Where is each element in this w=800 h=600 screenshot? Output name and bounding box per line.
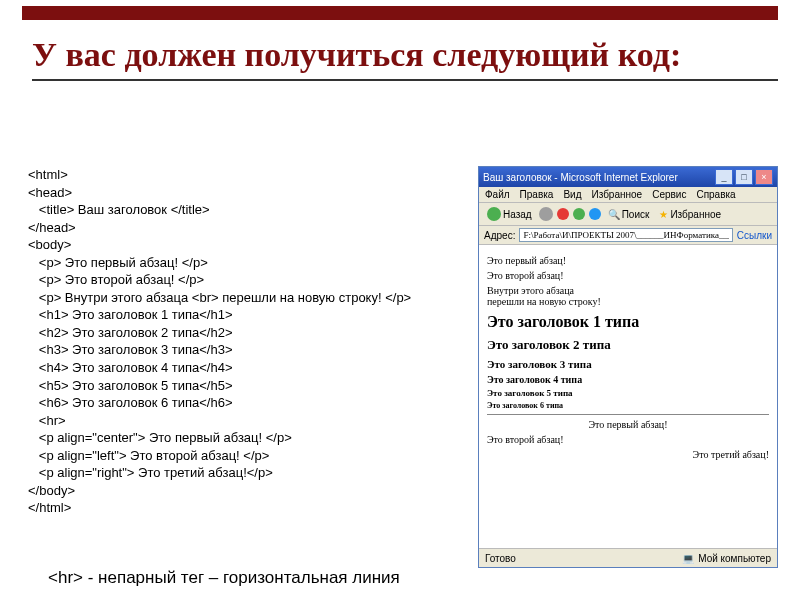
code-line: <p align="left"> Это второй абзац! </p> bbox=[28, 447, 458, 465]
code-line: <p> Внутри этого абзаца <br> перешли на … bbox=[28, 289, 458, 307]
code-line: <h5> Это заголовок 5 типа</h5> bbox=[28, 377, 458, 395]
footer-note: <hr> - непарный тег – горизонтальная лин… bbox=[48, 568, 400, 588]
search-button[interactable]: 🔍Поиск bbox=[605, 208, 653, 221]
code-line: <hr> bbox=[28, 412, 458, 430]
heading-6: Это заголовок 6 типа bbox=[487, 401, 769, 410]
back-label: Назад bbox=[503, 209, 532, 220]
maximize-button[interactable]: □ bbox=[735, 169, 753, 185]
code-line: <p align="center"> Это первый абзац! </p… bbox=[28, 429, 458, 447]
status-bar: Готово 💻 Мой компьютер bbox=[479, 548, 777, 567]
code-line: </html> bbox=[28, 499, 458, 517]
menu-bar: Файл Правка Вид Избранное Сервис Справка bbox=[479, 187, 777, 203]
para-3: Внутри этого абзацаперешли на новую стро… bbox=[487, 285, 769, 307]
menu-view[interactable]: Вид bbox=[563, 189, 581, 200]
toolbar: Назад 🔍Поиск ★Избранное bbox=[479, 203, 777, 226]
address-bar: Адрес: Ссылки bbox=[479, 226, 777, 245]
refresh-icon[interactable] bbox=[573, 208, 585, 220]
hr bbox=[487, 414, 769, 415]
code-line: <p> Это второй абзац! </p> bbox=[28, 271, 458, 289]
code-line: <head> bbox=[28, 184, 458, 202]
forward-icon[interactable] bbox=[539, 207, 553, 221]
search-icon: 🔍 bbox=[608, 209, 620, 220]
menu-favorites[interactable]: Избранное bbox=[591, 189, 642, 200]
status-zone: Мой компьютер bbox=[698, 553, 771, 564]
code-line: <title> Ваш заголовок </title> bbox=[28, 201, 458, 219]
heading-5: Это заголовок 5 типа bbox=[487, 388, 769, 398]
search-label: Поиск bbox=[622, 209, 650, 220]
page-viewport[interactable]: Это первый абзац! Это второй абзац! Внут… bbox=[479, 245, 777, 549]
code-line: <html> bbox=[28, 166, 458, 184]
browser-titlebar: Ваш заголовок - Microsoft Internet Explo… bbox=[479, 167, 777, 187]
code-line: <h2> Это заголовок 2 типа</h2> bbox=[28, 324, 458, 342]
para-center: Это первый абзац! bbox=[487, 419, 769, 430]
code-line: <h4> Это заголовок 4 типа</h4> bbox=[28, 359, 458, 377]
home-icon[interactable] bbox=[589, 208, 601, 220]
para-left: Это второй абзац! bbox=[487, 434, 769, 445]
slide-title: У вас должен получиться следующий код: bbox=[32, 34, 778, 81]
status-zone-wrap: 💻 Мой компьютер bbox=[682, 553, 771, 564]
back-button[interactable]: Назад bbox=[484, 206, 535, 222]
menu-file[interactable]: Файл bbox=[485, 189, 510, 200]
code-line: </head> bbox=[28, 219, 458, 237]
links-label[interactable]: Ссылки bbox=[737, 230, 772, 241]
favorites-label: Избранное bbox=[670, 209, 721, 220]
heading-4: Это заголовок 4 типа bbox=[487, 374, 769, 385]
code-line: <p> Это первый абзац! </p> bbox=[28, 254, 458, 272]
code-line: <h6> Это заголовок 6 типа</h6> bbox=[28, 394, 458, 412]
menu-tools[interactable]: Сервис bbox=[652, 189, 686, 200]
code-listing: <html><head> <title> Ваш заголовок </tit… bbox=[28, 166, 458, 517]
para-3a: Внутри этого абзаца bbox=[487, 285, 574, 296]
code-line: </body> bbox=[28, 482, 458, 500]
minimize-button[interactable]: _ bbox=[715, 169, 733, 185]
computer-icon: 💻 bbox=[682, 553, 694, 564]
close-button[interactable]: × bbox=[755, 169, 773, 185]
para-1: Это первый абзац! bbox=[487, 255, 769, 266]
back-icon bbox=[487, 207, 501, 221]
code-line: <p align="right"> Это третий абзац!</p> bbox=[28, 464, 458, 482]
address-label: Адрес: bbox=[484, 230, 515, 241]
code-line: <h3> Это заголовок 3 типа</h3> bbox=[28, 341, 458, 359]
heading-3: Это заголовок 3 типа bbox=[487, 358, 769, 370]
browser-window: Ваш заголовок - Microsoft Internet Explo… bbox=[478, 166, 778, 568]
status-done: Готово bbox=[485, 553, 516, 564]
heading-2: Это заголовок 2 типа bbox=[487, 337, 769, 353]
favorites-button[interactable]: ★Избранное bbox=[656, 208, 724, 221]
para-3b: перешли на новую строку! bbox=[487, 296, 601, 307]
code-line: <body> bbox=[28, 236, 458, 254]
stop-icon[interactable] bbox=[557, 208, 569, 220]
menu-help[interactable]: Справка bbox=[696, 189, 735, 200]
para-2: Это второй абзац! bbox=[487, 270, 769, 281]
menu-edit[interactable]: Правка bbox=[520, 189, 554, 200]
heading-1: Это заголовок 1 типа bbox=[487, 313, 769, 331]
para-right: Это третий абзац! bbox=[487, 449, 769, 460]
accent-bar bbox=[22, 6, 778, 20]
address-input[interactable] bbox=[519, 228, 732, 242]
code-line: <h1> Это заголовок 1 типа</h1> bbox=[28, 306, 458, 324]
window-title: Ваш заголовок - Microsoft Internet Explo… bbox=[483, 172, 713, 183]
star-icon: ★ bbox=[659, 209, 668, 220]
